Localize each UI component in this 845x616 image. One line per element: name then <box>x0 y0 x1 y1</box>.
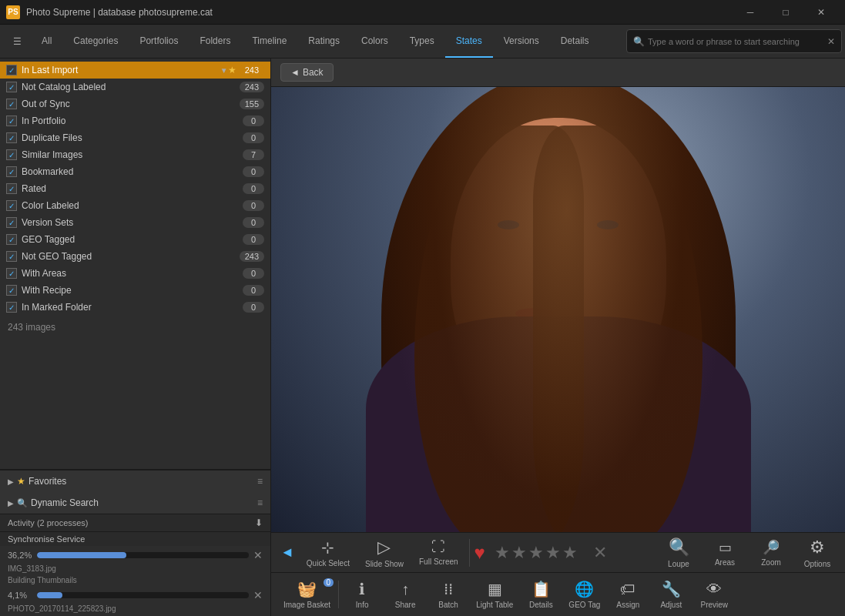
batch-button[interactable]: ⁞⁞ Batch <box>427 577 470 612</box>
reject-button[interactable]: ✕ <box>587 543 613 563</box>
areas-button[interactable]: ▭ Areas <box>703 536 746 570</box>
geo-tag-button[interactable]: 🌐 GEO Tag <box>562 577 606 612</box>
tab-ratings[interactable]: Ratings <box>297 25 350 58</box>
hamburger-icon: ☰ <box>13 36 22 47</box>
checkbox-similar-images[interactable] <box>6 149 17 160</box>
checkbox-not-catalog-labeled[interactable] <box>6 82 17 92</box>
search-input[interactable] <box>648 37 827 46</box>
checkbox-with-recipe[interactable] <box>6 285 17 296</box>
tab-portfolios[interactable]: Portfolios <box>129 25 189 58</box>
sidebar-item-in-portfolio[interactable]: In Portfolio 0 <box>0 112 270 129</box>
count-in-last-import: 243 <box>240 65 264 75</box>
tab-all[interactable]: All <box>31 25 62 58</box>
count-in-portfolio: 0 <box>243 116 264 126</box>
share-button[interactable]: ↑ Share <box>384 578 427 612</box>
divider-1 <box>469 539 470 567</box>
star-icon: ★ <box>228 65 236 75</box>
favorites-item[interactable]: ▶ ★ Favorites ≡ <box>0 470 270 492</box>
dynamic-search-item[interactable]: ▶ 🔍 Dynamic Search ≡ <box>0 492 270 514</box>
search-clear-button[interactable]: ✕ <box>827 36 835 47</box>
tab-versions[interactable]: Versions <box>493 25 550 58</box>
star-5-button[interactable]: ★ <box>562 543 578 563</box>
sidebar-item-similar-images[interactable]: Similar Images 7 <box>0 146 270 163</box>
sidebar-item-bookmarked[interactable]: Bookmarked 0 <box>0 163 270 180</box>
tab-timeline[interactable]: Timeline <box>241 25 297 58</box>
heart-button[interactable]: ♥ <box>474 542 485 564</box>
checkbox-color-labeled[interactable] <box>6 200 17 211</box>
assign-button[interactable]: 🏷 Assign <box>606 578 649 612</box>
checkbox-geo-tagged[interactable] <box>6 234 17 245</box>
count-color-labeled: 0 <box>243 200 264 211</box>
minimize-button[interactable]: ─ <box>733 0 768 25</box>
options-button[interactable]: ⚙ Options <box>796 534 839 571</box>
sidebar-item-rated[interactable]: Rated 0 <box>0 180 270 197</box>
sidebar-item-not-geo-tagged[interactable]: Not GEO Tagged 243 <box>0 248 270 265</box>
sidebar-item-color-labeled[interactable]: Color Labeled 0 <box>0 197 270 214</box>
checkbox-in-portfolio[interactable] <box>6 116 17 126</box>
checkbox-in-last-import[interactable] <box>6 65 17 75</box>
sidebar-item-with-recipe[interactable]: With Recipe 0 <box>0 282 270 299</box>
sidebar-item-geo-tagged[interactable]: GEO Tagged 0 <box>0 231 270 248</box>
back-button[interactable]: ◄ Back <box>280 63 334 82</box>
loupe-button[interactable]: 🔍 Loupe <box>657 534 700 571</box>
favorites-menu-icon[interactable]: ≡ <box>257 476 263 487</box>
full-screen-button[interactable]: ⛶ Full Screen <box>413 536 464 569</box>
sidebar-item-with-areas[interactable]: With Areas 0 <box>0 265 270 282</box>
rating-stars: ★ ★ ★ ★ ★ <box>488 543 584 563</box>
close-button[interactable]: ✕ <box>803 0 839 25</box>
info-button[interactable]: ℹ Info <box>340 577 384 612</box>
count-out-of-sync: 155 <box>240 99 264 109</box>
checkbox-rated[interactable] <box>6 183 17 194</box>
maximize-button[interactable]: □ <box>768 0 803 25</box>
count-similar-images: 7 <box>243 149 264 160</box>
activity-expand-button[interactable]: ⬇ <box>255 517 263 528</box>
nav-left-arrow-button[interactable]: ◄ <box>277 541 297 564</box>
sidebar-item-in-last-import[interactable]: In Last Import ▼ ★ 243 <box>0 62 270 79</box>
sidebar-item-duplicate-files[interactable]: Duplicate Files 0 <box>0 129 270 146</box>
sidebar-item-version-sets[interactable]: Version Sets 0 <box>0 214 270 231</box>
image-basket-button[interactable]: 🧺 0 Image Basket <box>277 577 337 612</box>
checkbox-with-areas[interactable] <box>6 268 17 279</box>
details-button[interactable]: 📋 Details <box>519 577 562 612</box>
checkbox-not-geo-tagged[interactable] <box>6 251 17 262</box>
tab-colors[interactable]: Colors <box>350 25 399 58</box>
star-3-button[interactable]: ★ <box>528 543 544 563</box>
adjust-button[interactable]: 🔧 Adjust <box>649 577 692 612</box>
checkbox-bookmarked[interactable] <box>6 166 17 177</box>
loupe-icon: 🔍 <box>669 537 689 557</box>
progress-close-1-button[interactable]: ✕ <box>253 549 263 561</box>
light-table-button[interactable]: ▦ Light Table <box>470 577 519 612</box>
search-bar[interactable]: 🔍 ✕ <box>626 29 842 53</box>
sidebar-item-not-catalog-labeled[interactable]: Not Catalog Labeled 243 <box>0 79 270 95</box>
sidebar-item-in-marked-folder[interactable]: In Marked Folder 0 <box>0 299 270 316</box>
preview-icon: 👁 <box>706 581 722 598</box>
checkbox-out-of-sync[interactable] <box>6 99 17 109</box>
hamburger-menu-button[interactable]: ☰ <box>3 25 31 58</box>
nav-tabs: All Categories Portfolios Folders Timeli… <box>31 25 599 58</box>
star-1-button[interactable]: ★ <box>495 543 510 563</box>
tab-details[interactable]: Details <box>550 25 600 58</box>
tab-categories[interactable]: Categories <box>62 25 129 58</box>
slide-show-button[interactable]: ▷ Slide Show <box>359 534 410 571</box>
count-version-sets: 0 <box>243 217 264 228</box>
portrait-container <box>271 87 845 532</box>
tab-states[interactable]: States <box>445 25 493 58</box>
checkbox-version-sets[interactable] <box>6 217 17 228</box>
star-4-button[interactable]: ★ <box>545 543 561 563</box>
tab-types[interactable]: Types <box>399 25 445 58</box>
tab-folders[interactable]: Folders <box>189 25 241 58</box>
count-duplicate-files: 0 <box>243 132 264 143</box>
preview-button[interactable]: 👁 Preview <box>692 578 736 612</box>
progress-close-2-button[interactable]: ✕ <box>253 589 263 601</box>
expand-icon: ▶ <box>8 477 14 486</box>
star-2-button[interactable]: ★ <box>511 543 527 563</box>
checkbox-in-marked-folder[interactable] <box>6 302 17 313</box>
checkbox-duplicate-files[interactable] <box>6 132 17 143</box>
quick-select-icon: ⊹ <box>321 538 334 557</box>
sidebar-item-out-of-sync[interactable]: Out of Sync 155 <box>0 95 270 112</box>
count-with-recipe: 0 <box>243 285 264 296</box>
dynamic-search-menu-icon[interactable]: ≡ <box>257 497 263 508</box>
light-table-icon: ▦ <box>488 580 502 598</box>
quick-select-button[interactable]: ⊹ Quick Select <box>300 535 356 571</box>
zoom-button[interactable]: 🔎 Zoom <box>749 536 793 570</box>
